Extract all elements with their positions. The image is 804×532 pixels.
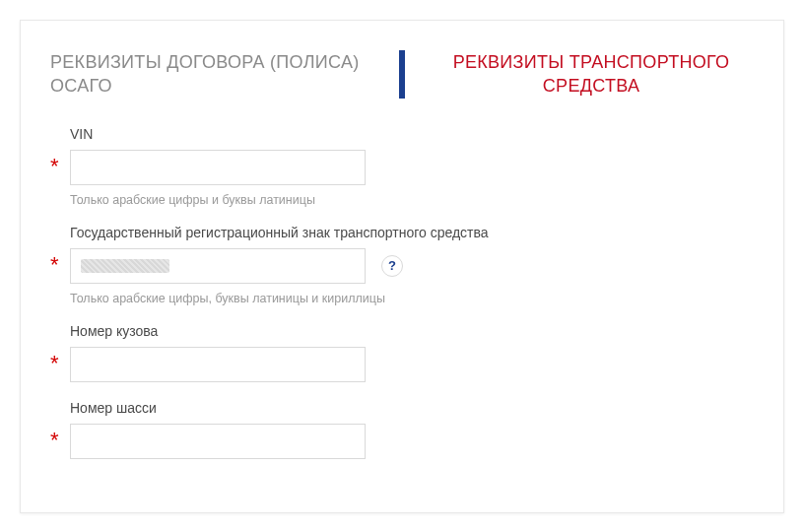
body-input-row: * — [70, 347, 754, 382]
body-label: Номер кузова — [70, 323, 754, 339]
chassis-input[interactable] — [70, 424, 366, 459]
help-icon[interactable]: ? — [381, 255, 403, 277]
tab-policy-details[interactable]: РЕКВИЗИТЫ ДОГОВОРА (ПОЛИСА) ОСАГО — [50, 50, 393, 99]
plate-input[interactable] — [70, 248, 366, 284]
plate-label: Государственный регистрационный знак тра… — [70, 225, 754, 240]
vin-input[interactable] — [70, 150, 366, 185]
vin-label: VIN — [70, 126, 754, 142]
required-mark-icon: * — [50, 150, 68, 177]
field-plate: Государственный регистрационный знак тра… — [70, 225, 754, 305]
tab-vehicle-details[interactable]: РЕКВИЗИТЫ ТРАНСПОРТНОГО СРЕДСТВА — [411, 50, 754, 99]
plate-masked-value — [81, 259, 169, 273]
field-vin: VIN * Только арабские цифры и буквы лати… — [70, 126, 754, 207]
vehicle-form: VIN * Только арабские цифры и буквы лати… — [50, 126, 754, 459]
required-mark-icon: * — [50, 424, 68, 451]
form-card: РЕКВИЗИТЫ ДОГОВОРА (ПОЛИСА) ОСАГО РЕКВИЗ… — [20, 20, 784, 513]
plate-hint: Только арабские цифры, буквы латиницы и … — [70, 292, 754, 305]
chassis-label: Номер шасси — [70, 400, 754, 416]
required-mark-icon: * — [50, 347, 68, 374]
body-input[interactable] — [70, 347, 366, 382]
tabs: РЕКВИЗИТЫ ДОГОВОРА (ПОЛИСА) ОСАГО РЕКВИЗ… — [50, 50, 754, 99]
tab-divider — [399, 50, 405, 99]
field-chassis: Номер шасси * — [70, 400, 754, 459]
field-body: Номер кузова * — [70, 323, 754, 382]
vin-input-row: * — [70, 150, 754, 185]
plate-input-row: * ? — [70, 248, 754, 284]
required-mark-icon: * — [50, 248, 68, 276]
vin-hint: Только арабские цифры и буквы латиницы — [70, 193, 754, 207]
chassis-input-row: * — [70, 424, 754, 459]
